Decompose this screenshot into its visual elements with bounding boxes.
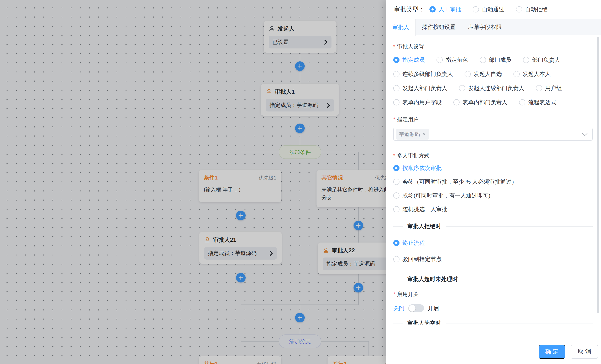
multi-approve-mode-label: * 多人审批方式 (393, 152, 593, 159)
on-reject-divider: 审批人拒绝时 (393, 222, 593, 230)
selected-user-tag: 芋道源码 (396, 129, 429, 140)
divider-line (393, 323, 403, 324)
required-asterisk: * (393, 116, 395, 123)
cancel-button[interactable]: 取 消 (571, 345, 598, 359)
required-asterisk: * (393, 291, 395, 297)
approver-tab-panel[interactable]: * 审批人设置 指定成员 指定角色 部门成员 部门负责人 (386, 35, 601, 324)
drawer-footer: 确 定 取 消 (386, 335, 601, 364)
radio-dot (453, 99, 460, 105)
radio-sequential-approval[interactable]: 按顺序依次审批 (393, 164, 593, 172)
radio-form-user-field[interactable]: 表单内用户字段 (393, 99, 442, 106)
on-timeout-divider: 审批人超时未处理时 (393, 275, 593, 283)
scrollbar-thumb[interactable] (597, 37, 599, 313)
divider-line (393, 226, 403, 226)
radio-dot (393, 165, 400, 171)
radio-manual-approval[interactable]: 人工审批 (430, 6, 461, 13)
tab-operation-buttons[interactable]: 操作按钮设置 (416, 19, 462, 35)
radio-initiator-dept-leader[interactable]: 发起人部门负责人 (393, 84, 447, 92)
radio-dept-member[interactable]: 部门成员 (480, 56, 511, 64)
radio-auto-approve[interactable]: 自动通过 (473, 6, 504, 13)
radio-dot (473, 6, 479, 12)
radio-dot (393, 85, 400, 91)
remove-tag-icon[interactable] (422, 132, 426, 136)
approval-type-radio-group: 人工审批 自动通过 自动拒绝 (430, 6, 548, 13)
divider-line (446, 226, 593, 226)
on-empty-divider: 审批人为空时 (393, 320, 593, 324)
multi-approve-mode-group: 按顺序依次审批 会签（可同时审批，至少 % 人必须审批通过） 或签(可同时审批，… (393, 164, 593, 213)
radio-terminate-process[interactable]: 终止流程 (393, 239, 593, 247)
radio-dot (393, 256, 400, 262)
radio-dot (465, 71, 471, 77)
radio-dot (459, 85, 465, 91)
required-asterisk: * (393, 152, 395, 159)
enable-switch-label: * 启用开关 (393, 290, 593, 298)
radio-user-group[interactable]: 用户组 (536, 84, 562, 92)
radio-form-dept-leader[interactable]: 表单内部门负责人 (453, 99, 507, 106)
chevron-down-icon (582, 133, 588, 136)
on-timeout-title: 审批人超时未处理时 (407, 275, 458, 283)
radio-specified-member[interactable]: 指定成员 (393, 56, 425, 64)
radio-dot (437, 57, 443, 63)
radio-dot (393, 57, 400, 63)
confirm-button[interactable]: 确 定 (539, 345, 565, 359)
radio-countersign[interactable]: 会签（可同时审批，至少 % 人必须审批通过） (393, 178, 593, 186)
approval-type-header: 审批类型： 人工审批 自动通过 自动拒绝 (386, 0, 601, 19)
required-asterisk: * (393, 43, 395, 50)
radio-dot (393, 179, 400, 185)
switch-knob (409, 305, 415, 312)
radio-dot (513, 71, 520, 77)
radio-initiator-self[interactable]: 发起人本人 (513, 70, 551, 78)
divider-line (446, 323, 593, 324)
approver-setting-label: * 审批人设置 (393, 43, 593, 50)
approver-setting-row2: 连续多级部门负责人 发起人自选 发起人本人 (393, 70, 593, 78)
radio-dot (393, 192, 400, 199)
node-settings-drawer: 审批类型： 人工审批 自动通过 自动拒绝 审批人 (386, 0, 601, 364)
approver-setting-row4: 表单内用户字段 表单内部门负责人 流程表达式 (393, 98, 593, 107)
radio-dot (536, 85, 542, 91)
on-reject-title: 审批人拒绝时 (407, 222, 441, 230)
radio-initiator-select[interactable]: 发起人自选 (465, 70, 502, 78)
divider-line (462, 279, 593, 279)
radio-multi-level-dept-leader[interactable]: 连续多级部门负责人 (393, 70, 453, 78)
radio-random-one[interactable]: 随机挑选一人审批 (393, 205, 593, 213)
radio-dept-leader[interactable]: 部门负责人 (523, 56, 560, 64)
radio-auto-reject[interactable]: 自动拒绝 (516, 6, 548, 13)
radio-dot (393, 206, 400, 212)
tab-form-field-permissions[interactable]: 表单字段权限 (462, 19, 508, 35)
radio-dot (430, 6, 436, 12)
radio-dot (393, 240, 400, 246)
switch-on-label: 开启 (428, 304, 439, 312)
on-empty-title: 审批人为空时 (407, 320, 441, 324)
radio-dot (480, 57, 486, 63)
radio-dot (523, 57, 529, 63)
radio-dot (393, 99, 400, 105)
radio-dot (519, 99, 525, 105)
divider-line (393, 279, 403, 279)
radio-process-expression[interactable]: 流程表达式 (519, 99, 556, 106)
radio-specified-role[interactable]: 指定角色 (437, 56, 468, 64)
radio-dot (393, 71, 400, 77)
tab-approver[interactable]: 审批人 (386, 19, 416, 36)
radio-orsign[interactable]: 或签(可同时审批，有一人通过即可) (393, 191, 593, 200)
approver-setting-row1: 指定成员 指定角色 部门成员 部门负责人 (393, 56, 593, 64)
approver-setting-row3: 发起人部门负责人 发起人连续部门负责人 用户组 (393, 84, 593, 92)
radio-return-to-node[interactable]: 驳回到指定节点 (393, 255, 593, 263)
workflow-designer: 发起人 已设置 审批人1 指定成员：芋道源码 添加条件 (0, 0, 601, 364)
assign-user-label: * 指定用户 (393, 116, 593, 123)
timeout-enable-switch[interactable] (408, 304, 424, 312)
settings-tab-bar: 审批人 操作按钮设置 表单字段权限 (386, 19, 601, 35)
radio-dot (516, 6, 522, 12)
approval-type-label: 审批类型： (394, 5, 425, 14)
switch-off-label: 关闭 (393, 304, 404, 312)
radio-initiator-multi-dept-leader[interactable]: 发起人连续部门负责人 (459, 84, 524, 92)
timeout-switch-row: 关闭 开启 (393, 304, 593, 313)
assign-user-select[interactable]: 芋道源码 (393, 128, 593, 141)
